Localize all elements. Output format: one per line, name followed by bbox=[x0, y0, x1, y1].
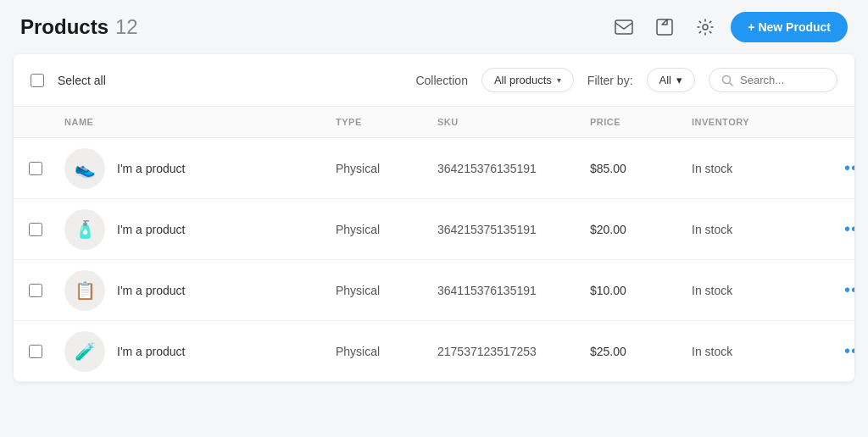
collection-label: Collection bbox=[415, 74, 467, 87]
product-price: $20.00 bbox=[583, 223, 685, 236]
product-type: Physical bbox=[329, 345, 431, 358]
svg-point-2 bbox=[703, 25, 708, 30]
table-row: 👟 I'm a product Physical 364215376135191… bbox=[14, 138, 854, 199]
row-checkbox[interactable] bbox=[29, 345, 42, 358]
row-checkbox[interactable] bbox=[29, 284, 42, 297]
row-more-cell: ••• bbox=[837, 216, 854, 242]
header-title-group: Products 12 bbox=[20, 15, 138, 39]
export-icon-button[interactable] bbox=[649, 12, 680, 42]
export-icon bbox=[656, 19, 673, 36]
product-type: Physical bbox=[329, 162, 431, 175]
all-products-label: All products bbox=[494, 74, 552, 86]
product-inventory: In stock bbox=[685, 345, 837, 358]
svg-rect-0 bbox=[615, 20, 632, 34]
table-row: 🧪 I'm a product Physical 217537123517253… bbox=[14, 321, 854, 382]
product-avatar: 🧪 bbox=[64, 331, 105, 372]
select-all-label[interactable]: Select all bbox=[58, 74, 106, 87]
product-info: 📋 I'm a product bbox=[58, 270, 329, 311]
select-all-checkbox[interactable] bbox=[31, 74, 44, 87]
product-info: 🧪 I'm a product bbox=[58, 331, 329, 372]
search-box bbox=[709, 68, 837, 92]
table-row: 📋 I'm a product Physical 364115376135191… bbox=[14, 260, 854, 321]
product-count: 12 bbox=[115, 15, 138, 39]
product-avatar: 📋 bbox=[64, 270, 105, 311]
product-avatar: 👟 bbox=[64, 148, 105, 189]
col-header-type: TYPE bbox=[329, 113, 431, 130]
table-row: 🧴 I'm a product Physical 364215375135191… bbox=[14, 199, 854, 260]
product-name: I'm a product bbox=[117, 223, 186, 236]
product-info: 👟 I'm a product bbox=[58, 148, 329, 189]
column-headers: NAME TYPE SKU PRICE INVENTORY bbox=[14, 107, 854, 138]
row-more-button[interactable]: ••• bbox=[837, 155, 854, 181]
product-type: Physical bbox=[329, 284, 431, 297]
product-name: I'm a product bbox=[117, 162, 186, 175]
product-sku: 217537123517253 bbox=[431, 345, 583, 358]
chevron-down-icon: ▾ bbox=[557, 75, 561, 85]
filter-dropdown[interactable]: All ▾ bbox=[647, 68, 695, 92]
col-header-inventory: INVENTORY bbox=[685, 113, 837, 130]
products-panel: Select all Collection All products ▾ Fil… bbox=[14, 54, 854, 382]
new-product-button[interactable]: + New Product bbox=[731, 12, 848, 42]
product-name: I'm a product bbox=[117, 345, 186, 358]
filter-value: All bbox=[659, 74, 671, 86]
col-header-price: PRICE bbox=[583, 113, 685, 130]
all-products-dropdown[interactable]: All products ▾ bbox=[481, 68, 574, 92]
email-icon-button[interactable] bbox=[609, 12, 639, 42]
product-price: $10.00 bbox=[583, 284, 685, 297]
settings-icon bbox=[697, 19, 714, 36]
product-inventory: In stock bbox=[685, 284, 837, 297]
row-checkbox-cell bbox=[14, 223, 58, 236]
col-header-actions bbox=[837, 113, 854, 130]
filter-by-label: Filter by: bbox=[587, 74, 633, 87]
row-more-button[interactable]: ••• bbox=[837, 338, 854, 364]
product-inventory: In stock bbox=[685, 223, 837, 236]
product-avatar: 🧴 bbox=[64, 209, 105, 250]
row-checkbox[interactable] bbox=[29, 223, 42, 236]
row-checkbox-cell bbox=[14, 284, 58, 297]
search-icon bbox=[721, 75, 733, 86]
toolbar: Select all Collection All products ▾ Fil… bbox=[14, 54, 854, 107]
col-header-sku: SKU bbox=[431, 113, 583, 130]
row-more-cell: ••• bbox=[837, 277, 854, 303]
row-more-cell: ••• bbox=[837, 338, 854, 364]
filter-chevron-icon: ▾ bbox=[676, 74, 682, 86]
product-info: 🧴 I'm a product bbox=[58, 209, 329, 250]
page-header: Products 12 + New Product bbox=[0, 0, 868, 54]
product-name: I'm a product bbox=[117, 284, 186, 297]
row-more-button[interactable]: ••• bbox=[837, 277, 854, 303]
product-sku: 364215376135191 bbox=[431, 162, 583, 175]
col-header-name: NAME bbox=[58, 113, 329, 130]
row-checkbox-cell bbox=[14, 162, 58, 175]
row-more-cell: ••• bbox=[837, 155, 854, 181]
col-header-checkbox bbox=[14, 113, 58, 130]
row-checkbox[interactable] bbox=[29, 162, 42, 175]
product-inventory: In stock bbox=[685, 162, 837, 175]
search-input[interactable] bbox=[740, 74, 825, 86]
row-checkbox-cell bbox=[14, 345, 58, 358]
product-sku: 364115376135191 bbox=[431, 284, 583, 297]
product-sku: 364215375135191 bbox=[431, 223, 583, 236]
header-actions: + New Product bbox=[609, 12, 848, 42]
settings-icon-button[interactable] bbox=[690, 12, 721, 42]
product-type: Physical bbox=[329, 223, 431, 236]
email-icon bbox=[615, 19, 633, 35]
page-title: Products bbox=[20, 15, 108, 39]
product-list: 👟 I'm a product Physical 364215376135191… bbox=[14, 138, 854, 382]
row-more-button[interactable]: ••• bbox=[837, 216, 854, 242]
product-price: $85.00 bbox=[583, 162, 685, 175]
product-price: $25.00 bbox=[583, 345, 685, 358]
